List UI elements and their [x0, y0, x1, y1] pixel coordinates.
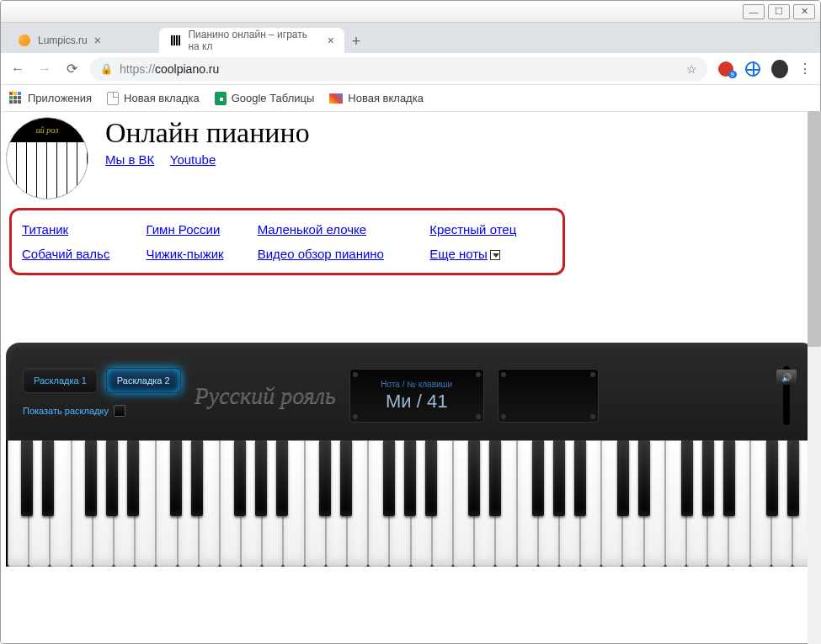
song-link-titanic[interactable]: Титаник	[22, 222, 68, 237]
white-key[interactable]	[305, 440, 326, 567]
white-key[interactable]	[686, 440, 707, 567]
show-layout-checkbox[interactable]	[114, 405, 125, 417]
bookmark-item[interactable]: Google Таблицы	[215, 92, 315, 105]
tab-close-icon[interactable]: ×	[328, 34, 334, 47]
white-key[interactable]	[220, 440, 241, 567]
volume-slider[interactable]: 🔊	[783, 366, 790, 425]
piano-favicon	[169, 34, 181, 47]
profile-avatar[interactable]	[771, 61, 788, 77]
youtube-link[interactable]: Youtube	[170, 152, 216, 167]
image-icon	[329, 93, 343, 104]
more-notes-link[interactable]: Еще ноты	[429, 247, 500, 261]
white-key[interactable]	[241, 440, 262, 567]
sheets-icon	[215, 92, 227, 105]
apps-icon	[9, 92, 23, 105]
white-key[interactable]	[559, 440, 580, 567]
page-header: ий рол Онлайн пианино Мы в ВК Youtube	[6, 117, 815, 205]
url-input[interactable]: 🔒 https://coolpiano.ru ☆	[90, 57, 707, 81]
page-title: Онлайн пианино	[105, 117, 310, 149]
bookmarks-bar: Приложения Новая вкладка Google Таблицы …	[1, 85, 820, 112]
forward-button[interactable]: →	[36, 61, 53, 77]
white-key[interactable]	[728, 440, 749, 567]
white-key[interactable]	[707, 440, 728, 567]
white-key[interactable]	[453, 440, 474, 567]
white-key[interactable]	[156, 440, 177, 567]
browser-tab-piano[interactable]: Пианино онлайн – играть на кл ×	[159, 28, 344, 53]
close-button[interactable]: ✕	[793, 4, 815, 19]
opera-extension-icon[interactable]	[717, 61, 734, 77]
scrollbar[interactable]	[808, 111, 821, 644]
white-key[interactable]	[368, 440, 389, 567]
piano-widget: Раскладка 1 Раскладка 2 Показать расклад…	[6, 343, 815, 567]
maximize-button[interactable]: ☐	[768, 4, 790, 19]
piano-keyboard[interactable]	[6, 440, 815, 567]
display-value: Ми / 41	[386, 391, 447, 412]
minimize-button[interactable]: —	[743, 4, 765, 19]
white-key[interactable]	[411, 440, 432, 567]
white-key[interactable]	[601, 440, 622, 567]
white-key[interactable]	[178, 440, 199, 567]
lumpics-favicon	[18, 34, 31, 47]
white-key[interactable]	[771, 440, 792, 567]
white-key[interactable]	[347, 440, 368, 567]
piano-brand-label: Русский рояль	[195, 382, 336, 409]
white-key[interactable]	[580, 440, 601, 567]
address-bar: ← → ⟳ 🔒 https://coolpiano.ru ☆ ⋮	[1, 53, 820, 85]
white-key[interactable]	[8, 440, 29, 567]
lock-icon: 🔒	[100, 63, 113, 75]
song-link-video-review[interactable]: Видео обзор пианино	[258, 247, 384, 261]
show-layout-label: Показать раскладку	[23, 406, 109, 416]
song-link-elochka[interactable]: Маленькой елочке	[258, 222, 367, 237]
url-prefix: https://	[120, 62, 155, 76]
volume-thumb[interactable]: 🔊	[776, 370, 797, 385]
note-display: Нота / № клавиши Ми / 41	[349, 369, 484, 423]
page-viewport: ий рол Онлайн пианино Мы в ВК Youtube Ти…	[1, 112, 820, 644]
white-key[interactable]	[29, 440, 50, 567]
browser-tab-bar: Lumpics.ru × Пианино онлайн – играть на …	[1, 23, 820, 53]
translate-extension-icon[interactable]	[744, 61, 761, 77]
white-key[interactable]	[135, 440, 156, 567]
song-link-waltz[interactable]: Собачий вальс	[22, 247, 109, 261]
white-key[interactable]	[432, 440, 453, 567]
white-key[interactable]	[93, 440, 114, 567]
white-key[interactable]	[326, 440, 347, 567]
tab-title: Lumpics.ru	[38, 35, 88, 46]
white-key[interactable]	[262, 440, 283, 567]
white-key[interactable]	[517, 440, 538, 567]
song-link-chizhik[interactable]: Чижик-пыжик	[146, 247, 223, 261]
browser-menu-button[interactable]: ⋮	[798, 61, 812, 77]
white-key[interactable]	[199, 440, 220, 567]
tab-title: Пианино онлайн – играть на кл	[188, 29, 320, 52]
url-host: coolpiano.ru	[155, 62, 219, 76]
reload-button[interactable]: ⟳	[63, 61, 80, 77]
page-icon	[107, 92, 119, 105]
bookmark-item[interactable]: Новая вкладка	[107, 92, 200, 105]
back-button[interactable]: ←	[9, 61, 26, 77]
bookmark-star-icon[interactable]: ☆	[686, 62, 697, 76]
bookmark-item[interactable]: Новая вкладка	[329, 92, 424, 104]
white-key[interactable]	[538, 440, 559, 567]
tab-close-icon[interactable]: ×	[94, 34, 101, 47]
white-key[interactable]	[114, 440, 135, 567]
white-key[interactable]	[474, 440, 495, 567]
white-key[interactable]	[50, 440, 71, 567]
layout-1-button[interactable]: Раскладка 1	[23, 368, 98, 393]
site-logo: ий рол	[6, 117, 88, 200]
white-key[interactable]	[665, 440, 686, 567]
apps-button[interactable]: Приложения	[9, 92, 92, 105]
browser-tab-lumpics[interactable]: Lumpics.ru ×	[8, 28, 159, 53]
window-titlebar: — ☐ ✕	[1, 1, 820, 23]
song-link-godfather[interactable]: Крестный отец	[429, 222, 516, 237]
vk-link[interactable]: Мы в ВК	[105, 152, 154, 167]
white-key[interactable]	[389, 440, 410, 567]
white-key[interactable]	[644, 440, 665, 567]
song-link-anthem[interactable]: Гимн России	[146, 222, 220, 237]
scrollbar-thumb[interactable]	[808, 111, 821, 347]
white-key[interactable]	[283, 440, 304, 567]
white-key[interactable]	[495, 440, 516, 567]
white-key[interactable]	[72, 440, 93, 567]
layout-2-button[interactable]: Раскладка 2	[106, 368, 181, 393]
white-key[interactable]	[750, 440, 771, 567]
white-key[interactable]	[622, 440, 643, 567]
new-tab-button[interactable]: +	[344, 29, 368, 53]
